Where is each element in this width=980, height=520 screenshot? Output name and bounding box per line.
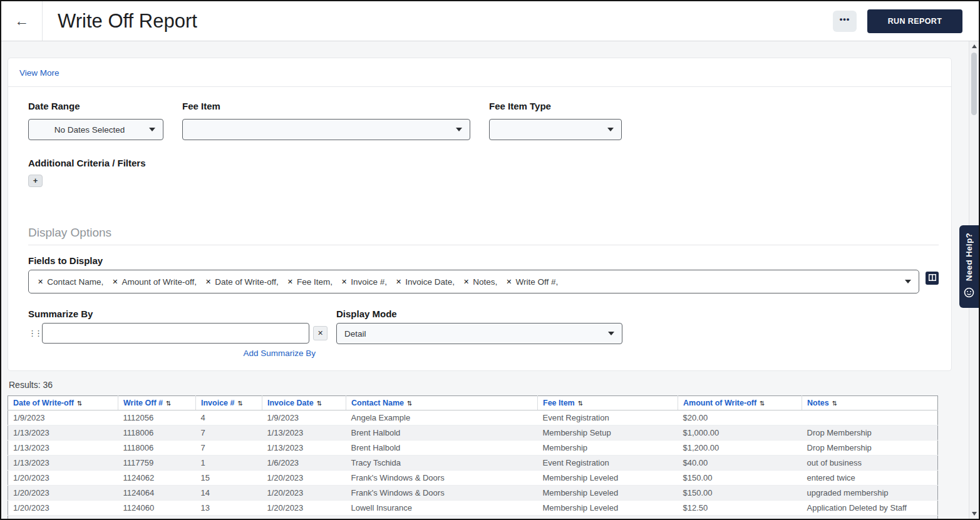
column-settings-button[interactable] [926,272,939,285]
fields-row: ✕ Contact Name, ✕ Amount of Write-off, ✕ [28,270,939,293]
cell-invoice-date: 1/20/2023 [262,486,346,501]
column-header[interactable]: Notes⇅ [802,396,938,410]
cell-invoice-number: 4 [196,410,262,426]
table-row[interactable]: 1/13/2023 1117759 1 1/6/2023 Tracy Tschi… [8,456,938,471]
results-count: Results: 36 [9,380,969,390]
table-row[interactable]: 1/20/2023 1124064 14 1/20/2023 Frank's W… [8,486,938,501]
cell-amount: $40.00 [678,456,802,471]
display-mode-group: Display Mode Detail [336,308,622,358]
chevron-down-icon [905,280,911,283]
more-options-button[interactable]: ••• [833,11,857,32]
table-row[interactable]: 1/23/2023 1126033 16 1/23/2023 Becky Exa… [8,516,938,519]
fee-item-type-dropdown[interactable] [489,119,622,140]
cell-fee-item: Event Registration [538,410,678,426]
remove-field-icon[interactable]: ✕ [38,278,43,286]
summarize-input-row: ⋮⋮ ✕ [28,323,336,344]
results-table: Date of Write-off⇅ Write Off #⇅ Invoice … [8,395,938,519]
cell-date-of-write-off: 1/9/2023 [8,410,118,426]
cell-invoice-number: 13 [196,501,262,516]
cell-fee-item: Membership Setup [538,426,678,441]
sort-icon[interactable]: ⇅ [317,400,322,407]
write-off-report-page: ← Write Off Report ••• RUN REPORT View M… [0,0,980,520]
add-summarize-link[interactable]: Add Summarize By [243,349,316,358]
table-row[interactable]: 1/20/2023 1124062 15 1/20/2023 Frank's W… [8,471,938,486]
column-header[interactable]: Amount of Write-off⇅ [678,396,802,410]
cell-contact-name: Frank's Windows & Doors [346,486,538,501]
sort-icon[interactable]: ⇅ [166,400,171,407]
column-header[interactable]: Write Off #⇅ [118,396,196,410]
remove-field-icon[interactable]: ✕ [463,278,469,286]
cell-amount: $150.00 [678,471,802,486]
table-row[interactable]: 1/13/2023 1118006 7 1/13/2023 Brent Halb… [8,426,938,441]
table-row[interactable]: 1/9/2023 1112056 4 1/9/2023 Angela Examp… [8,410,938,426]
column-header[interactable]: Fee Item⇅ [538,396,678,410]
table-head: Date of Write-off⇅ Write Off #⇅ Invoice … [8,396,938,410]
remove-field-icon[interactable]: ✕ [205,278,211,286]
table-row[interactable]: 1/13/2023 1118006 7 1/13/2023 Brent Halb… [8,441,938,456]
cell-invoice-number: 7 [196,426,262,441]
cell-invoice-number: 1 [196,456,262,471]
arrow-up-icon [972,44,977,48]
cell-amount: $12.50 [678,501,802,516]
back-button[interactable]: ← [1,1,43,41]
remove-field-icon[interactable]: ✕ [112,278,118,286]
cell-contact-name: Brent Halbold [346,426,538,441]
sort-icon[interactable]: ⇅ [760,400,765,407]
cell-invoice-number: 15 [196,471,262,486]
scroll-up-button[interactable] [969,41,979,51]
cell-write-off-number: 1124064 [118,486,196,501]
cell-date-of-write-off: 1/20/2023 [8,471,118,486]
cell-write-off-number: 1124062 [118,471,196,486]
remove-field-icon[interactable]: ✕ [396,278,401,286]
section-divider [28,245,939,245]
cell-fee-item: Membership Leveled [538,486,678,501]
table-header-row: Date of Write-off⇅ Write Off #⇅ Invoice … [8,396,938,410]
display-mode-value: Detail [337,329,384,339]
sort-icon[interactable]: ⇅ [238,400,243,407]
run-report-button[interactable]: RUN REPORT [867,9,962,33]
field-chip-label: Date of Write-off, [215,277,279,287]
app-header: ← Write Off Report ••• RUN REPORT [1,1,979,41]
cell-invoice-date: 1/9/2023 [262,410,346,426]
filter-panel: View More Date Range No Dates Selected F… [8,58,952,371]
display-mode-dropdown[interactable]: Detail [336,323,622,344]
sort-icon[interactable]: ⇅ [77,400,82,407]
column-header-label: Invoice Date [267,399,314,407]
sort-icon[interactable]: ⇅ [407,400,412,407]
clear-summarize-button[interactable]: ✕ [313,326,328,340]
fields-to-display-multiselect[interactable]: ✕ Contact Name, ✕ Amount of Write-off, ✕ [28,270,919,293]
remove-field-icon[interactable]: ✕ [341,278,347,286]
fee-item-type-label: Fee Item Type [489,101,622,111]
view-more-link[interactable]: View More [19,68,59,78]
column-header[interactable]: Contact Name⇅ [346,396,538,410]
fee-item-dropdown[interactable] [182,119,470,140]
cell-invoice-number: 16 [196,516,262,519]
column-header[interactable]: Invoice #⇅ [196,396,262,410]
cell-amount: $20.00 [678,410,802,426]
summarize-by-input[interactable] [42,323,309,344]
add-criteria-button[interactable]: + [28,175,43,187]
remove-field-icon[interactable]: ✕ [287,278,293,286]
drag-handle-icon[interactable]: ⋮⋮ [28,329,37,337]
cell-notes: upgraded membership [802,486,938,501]
date-range-dropdown[interactable]: No Dates Selected [28,119,163,140]
remove-field-icon[interactable]: ✕ [506,278,512,286]
cell-fee-item: Event Registration [538,456,678,471]
column-header-label: Contact Name [351,399,404,407]
need-help-tab[interactable]: Need Help? [959,225,979,308]
cell-notes: entered twice [802,471,938,486]
table-row[interactable]: 1/20/2023 1124060 13 1/20/2023 Lowell In… [8,501,938,516]
sort-icon[interactable]: ⇅ [832,400,837,407]
cell-write-off-number: 1118006 [118,426,196,441]
additional-criteria-label: Additional Criteria / Filters [28,158,939,168]
column-header[interactable]: Date of Write-off⇅ [8,396,118,410]
field-chip-label: Invoice #, [351,277,387,287]
scroll-down-button[interactable] [969,509,979,519]
cell-invoice-date: 1/13/2023 [262,426,346,441]
column-header[interactable]: Invoice Date⇅ [262,396,346,410]
sort-icon[interactable]: ⇅ [578,400,583,407]
column-header-label: Invoice # [201,399,235,407]
column-header-label: Date of Write-off [13,399,74,407]
scrollbar-thumb[interactable] [971,53,977,115]
cell-notes [802,516,938,519]
